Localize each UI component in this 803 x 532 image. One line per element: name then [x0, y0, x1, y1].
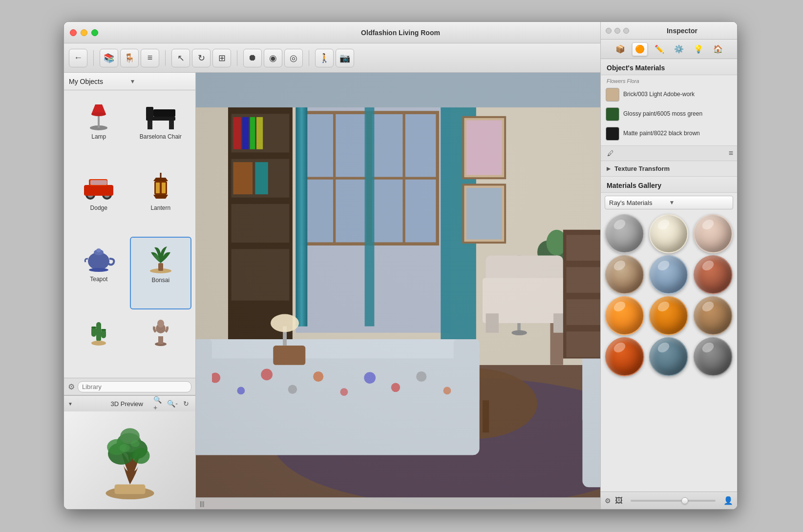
swatch-brown-wood[interactable] [694, 296, 733, 335]
inspector-window-controls [606, 28, 629, 34]
maximize-button[interactable] [91, 29, 98, 36]
settings-icon[interactable]: ⚙ [68, 382, 75, 391]
cursor-tool[interactable]: ↖ [171, 49, 190, 67]
swatch-teal-fabric[interactable] [649, 337, 688, 376]
swatch-wrapper-5 [648, 255, 690, 294]
tab-material[interactable]: 🟠 [632, 42, 648, 56]
object-button[interactable]: 🪑 [120, 49, 139, 67]
refresh-tool[interactable]: ↻ [192, 49, 211, 67]
material-item-black[interactable]: Matte paint/8022 black brown [601, 124, 737, 143]
swatch-wrapper-9 [692, 296, 734, 335]
object-item-lantern[interactable]: Lantern [130, 165, 192, 237]
svg-rect-39 [114, 485, 145, 494]
material-category: Flowers Flora [601, 77, 737, 85]
swatch-wrapper-10 [604, 337, 646, 376]
inspector-tabs: 📦 🟠 ✏️ ⚙️ 💡 🏠 [601, 40, 737, 59]
lamp-thumbnail [79, 98, 118, 132]
swatch-orange-mid[interactable] [649, 296, 688, 335]
swatch-rust-texture[interactable] [694, 255, 733, 294]
zoom-in-button[interactable]: 🔍+ [153, 398, 164, 409]
object-item-lamp[interactable]: Lamp [68, 94, 130, 165]
swatch-red-floral[interactable] [694, 214, 733, 253]
back-button[interactable]: ← [69, 49, 87, 67]
svg-point-24 [89, 268, 108, 272]
teapot-label: Teapot [90, 276, 107, 283]
gallery-dropdown[interactable]: Ray's Materials ▼ [605, 196, 733, 209]
svg-rect-20 [162, 183, 166, 193]
preview-controls: 🔍+ 🔍- ↻ [153, 398, 191, 409]
insp-min-btn[interactable] [614, 28, 620, 34]
tab-object[interactable]: 📦 [613, 42, 628, 56]
inspector-bottom-bar: ⚙ 🖼 👤 [601, 491, 737, 509]
insp-close-btn[interactable] [606, 28, 612, 34]
camera-button[interactable]: 📷 [336, 49, 354, 67]
opacity-slider[interactable] [631, 500, 716, 502]
objects-dropdown[interactable]: My Objects ▼ [64, 73, 195, 90]
list-button[interactable]: ≡ [141, 49, 159, 67]
swatch-orange-bright[interactable] [605, 296, 644, 335]
lamp-label: Lamp [91, 133, 106, 140]
object-item-chair[interactable]: Barselona Chair [130, 94, 192, 165]
object-item-teapot[interactable]: Teapot [68, 237, 130, 310]
objects-dropdown-label: My Objects [69, 78, 130, 85]
material-item-green[interactable]: Glossy paint/6005 moss green [601, 104, 737, 124]
svg-marker-21 [153, 195, 168, 199]
tab-settings[interactable]: ⚙️ [671, 42, 687, 56]
bottom-person-icon[interactable]: 👤 [723, 496, 733, 505]
svg-rect-8 [153, 109, 175, 117]
svg-rect-13 [84, 185, 113, 196]
texture-transform-section[interactable]: ▶ Texture Transform [601, 161, 737, 177]
walk-button[interactable]: 🚶 [315, 49, 334, 67]
gallery-header-text: Materials Gallery [607, 182, 661, 189]
record-button[interactable]: ⏺ [243, 49, 262, 67]
object-item-dodge[interactable]: Dodge [68, 165, 130, 237]
materials-menu-button[interactable]: ≡ [729, 149, 733, 158]
swatch-cream-floral[interactable] [649, 214, 688, 253]
separator [93, 50, 94, 66]
cactus-thumbnail [79, 313, 118, 348]
swatch-gray-floral[interactable] [605, 214, 644, 253]
svg-point-46 [119, 444, 130, 452]
lantern-label: Lantern [150, 205, 170, 211]
swatch-brown-damask[interactable] [605, 255, 644, 294]
refresh-preview-button[interactable]: ↻ [181, 398, 191, 409]
swatch-blue-argyle[interactable] [649, 255, 688, 294]
zoom-out-button[interactable]: 🔍- [167, 398, 178, 409]
view2-button[interactable]: ◎ [284, 49, 303, 67]
bottom-gear-icon[interactable]: ⚙ [605, 497, 611, 505]
preview-header[interactable]: ▼ 3D Preview 🔍+ 🔍- ↻ [64, 396, 195, 411]
lantern-thumbnail [141, 169, 180, 204]
slider-thumb[interactable] [681, 497, 688, 504]
swatch-gray-dark[interactable] [694, 337, 733, 376]
left-panel: My Objects ▼ Lamp [64, 73, 196, 509]
collapse-icon: ▼ [68, 401, 108, 407]
search-input[interactable] [78, 381, 191, 392]
expand-arrow-icon: ▶ [607, 166, 611, 171]
svg-rect-31 [91, 327, 96, 328]
material-item-brick[interactable]: Brick/003 Light Adobe-work [601, 85, 737, 104]
close-button[interactable] [70, 29, 77, 36]
view1-button[interactable]: ◉ [264, 49, 282, 67]
swatch-wrapper-12 [692, 337, 734, 376]
bonsai-label: Bonsai [151, 277, 169, 284]
separator4 [309, 50, 309, 66]
statue-thumbnail [141, 313, 180, 348]
transform-tool[interactable]: ⊞ [212, 49, 231, 67]
object-item-bonsai[interactable]: Bonsai [130, 237, 192, 310]
svg-point-33 [91, 341, 106, 346]
tab-edit[interactable]: ✏️ [652, 42, 667, 56]
swatch-orange-dark[interactable] [605, 337, 644, 376]
minimize-button[interactable] [81, 29, 87, 36]
svg-point-3 [91, 112, 106, 116]
eyedropper-button[interactable]: 🖊 [605, 147, 616, 159]
object-item-cactus[interactable] [68, 309, 130, 374]
tab-light[interactable]: 💡 [691, 42, 706, 56]
object-item-statue[interactable] [130, 309, 192, 374]
insp-max-btn[interactable] [623, 28, 629, 34]
library-button[interactable]: 📚 [100, 49, 118, 67]
view-mode-group: 📚 🪑 ≡ [100, 49, 159, 67]
bottom-image-icon[interactable]: 🖼 [615, 496, 623, 505]
content-area: My Objects ▼ Lamp [64, 73, 737, 509]
tab-scene[interactable]: 🏠 [710, 42, 726, 56]
preview-section: ▼ 3D Preview 🔍+ 🔍- ↻ [64, 395, 195, 509]
